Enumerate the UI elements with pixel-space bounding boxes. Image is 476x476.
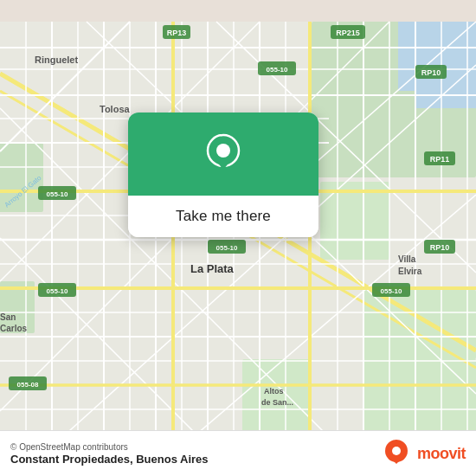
svg-text:de San...: de San...: [261, 398, 293, 407]
svg-text:Elvira: Elvira: [398, 267, 422, 276]
svg-text:055-10: 055-10: [47, 190, 68, 198]
svg-text:RP13: RP13: [167, 29, 187, 37]
svg-text:Carlos: Carlos: [0, 324, 28, 333]
svg-text:Altos: Altos: [264, 387, 284, 396]
svg-text:RP10: RP10: [430, 243, 450, 252]
moovit-logo: moovit: [381, 438, 466, 469]
svg-text:055-10: 055-10: [267, 66, 288, 74]
location-card: Take me there: [128, 113, 318, 237]
svg-text:055-08: 055-08: [17, 381, 39, 389]
svg-text:La Plata: La Plata: [190, 262, 235, 275]
map-container: RP13 RP215 RP10 RP11 RP10 055-10 055-10 …: [0, 0, 476, 476]
svg-text:RP11: RP11: [430, 155, 450, 164]
svg-text:San: San: [0, 312, 16, 322]
openstreetmap-credit: © OpenStreetMap contributors: [10, 442, 209, 452]
take-me-there-button[interactable]: Take me there: [128, 196, 318, 237]
svg-text:055-10: 055-10: [216, 244, 238, 252]
svg-point-97: [392, 447, 401, 455]
svg-text:055-10: 055-10: [47, 287, 68, 295]
svg-rect-2: [320, 182, 389, 260]
svg-text:Villa: Villa: [398, 254, 416, 264]
location-pin-icon: [203, 132, 244, 180]
svg-text:RP215: RP215: [336, 29, 360, 37]
card-top: [128, 113, 318, 196]
moovit-icon: [381, 438, 412, 469]
svg-text:Tolosa: Tolosa: [100, 104, 131, 114]
svg-text:RP10: RP10: [421, 68, 441, 77]
bottom-left: © OpenStreetMap contributors Constant Pr…: [10, 442, 209, 466]
place-name: Constant Propiedades, Buenos Aires: [10, 453, 209, 466]
svg-text:Ringuelet: Ringuelet: [35, 55, 78, 65]
map-background: RP13 RP215 RP10 RP11 RP10 055-10 055-10 …: [0, 0, 476, 476]
svg-text:055-10: 055-10: [381, 287, 402, 295]
bottom-bar: © OpenStreetMap contributors Constant Pr…: [0, 430, 476, 476]
moovit-text: moovit: [417, 445, 466, 463]
svg-rect-5: [363, 290, 476, 359]
svg-point-94: [216, 144, 230, 158]
